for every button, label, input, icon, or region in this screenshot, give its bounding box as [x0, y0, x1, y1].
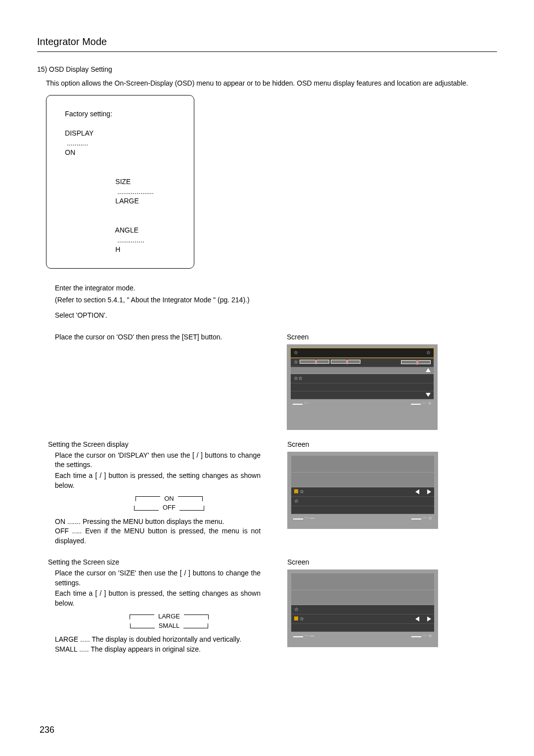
footer-box-icon: [411, 519, 421, 520]
screen-b-panel: ☆ ☆ ⋯ — ⋯ ☆: [287, 452, 438, 529]
toggle-diagram-size: LARGE SMALL: [78, 612, 261, 630]
setting-display-p2: Each time a [ / ] button is pressed, the…: [55, 471, 261, 490]
factory-setting-box: Factory setting: DISPLAY ........... ON …: [46, 95, 194, 269]
dots: .......: [67, 518, 81, 525]
dots: ...........: [67, 139, 88, 147]
def-large-body: The display is doubled horizontally and …: [91, 635, 241, 643]
triangle-left-icon: [415, 489, 419, 494]
toggle-large: LARGE: [154, 612, 184, 621]
screen-c-panel: ☆ ☆ ⋯ — ⋯ ☆: [287, 569, 438, 647]
triangle-right-icon: [427, 616, 431, 621]
step-3: Place the cursor on 'OSD' then press the…: [55, 332, 260, 342]
screen-a-label: Screen: [287, 332, 438, 342]
footer-box-icon: [411, 636, 421, 637]
factory-size-val: LARGE: [115, 197, 138, 205]
def-large-term: LARGE: [55, 635, 78, 643]
setting-display-p1: Place the cursor on 'DISPLAY' then use t…: [55, 451, 261, 470]
factory-angle-val: H: [115, 245, 120, 253]
footer-left: ⋯: [304, 401, 309, 406]
dots: .....: [72, 527, 82, 535]
page-title: Integrator Mode: [37, 35, 497, 48]
toggle-diagram-display: ON OFF: [78, 494, 261, 513]
toggle-on: ON: [160, 494, 178, 503]
footer-box-icon: [411, 404, 421, 405]
step-1: Enter the integrator mode.: [55, 284, 497, 293]
factory-size-key: SIZE: [115, 178, 131, 186]
triangle-down-icon: [426, 393, 431, 397]
def-on-body: Pressing the MENU button displays the me…: [83, 518, 224, 525]
setting-display-heading: Setting the Screen display: [48, 440, 261, 450]
factory-display-val: ON: [65, 148, 75, 156]
header-rule: [37, 51, 497, 52]
dots: ...................: [117, 188, 154, 195]
factory-angle-key: ANGLE: [115, 226, 138, 234]
step-2: Select 'OPTION'.: [55, 311, 497, 321]
triangle-right-icon: [427, 489, 431, 494]
step-1-ref: (Refer to section 5.4.1, " About the Int…: [55, 295, 497, 305]
dots: .....: [80, 635, 89, 643]
page-number: 236: [40, 724, 54, 736]
footer-box-icon: [293, 636, 303, 637]
screen-c-label: Screen: [287, 558, 438, 567]
triangle-up-icon: [426, 368, 431, 372]
dots: .....: [79, 645, 89, 653]
triangle-left-icon: [415, 616, 419, 621]
factory-prefix: Factory setting:: [65, 110, 112, 118]
setting-size-p2: Each time a [ / ] button is pressed, the…: [55, 589, 261, 608]
factory-display-key: DISPLAY: [65, 129, 93, 137]
footer-right: ⋯ ☆: [422, 401, 432, 406]
footer-box-icon: [293, 404, 303, 405]
toggle-small: SMALL: [155, 621, 184, 630]
def-on-term: ON: [55, 518, 65, 525]
setting-size-p1: Place the cursor on 'SIZE' then use the …: [55, 568, 261, 588]
setting-size-heading: Setting the Screen size: [48, 558, 261, 567]
toggle-off: OFF: [159, 503, 179, 512]
def-small-term: SMALL: [55, 645, 77, 653]
footer-box-icon: [293, 519, 303, 520]
def-small-body: The display appears in original size.: [90, 645, 201, 653]
section-description: This option allows the On-Screen-Display…: [46, 79, 497, 89]
def-off-body: Even if the MENU button is pressed, the …: [55, 527, 261, 545]
screen-a-panel: ☆☆ ☆ ☆☆ ⋯ ⋯ ☆: [287, 344, 438, 430]
section-heading-osd: 15) OSD Display Setting: [37, 65, 497, 75]
screen-b-label: Screen: [287, 440, 438, 450]
dots: ..............: [117, 236, 144, 244]
def-off-term: OFF: [55, 527, 69, 535]
